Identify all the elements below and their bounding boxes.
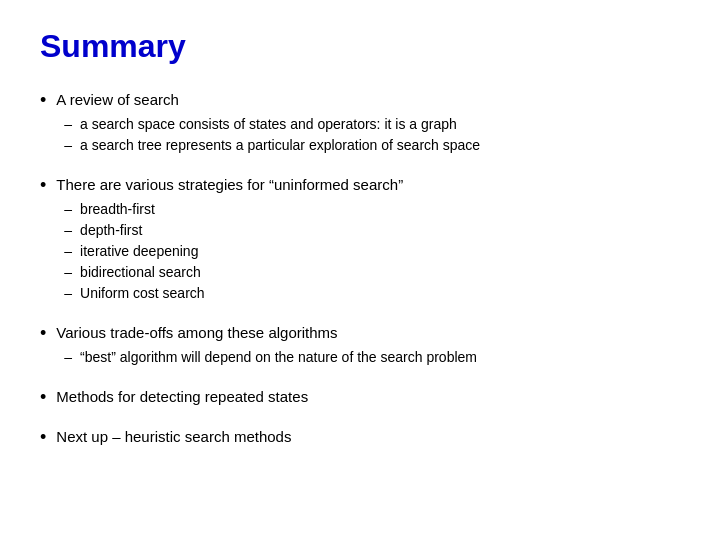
sub-list-item: – depth-first bbox=[64, 220, 680, 241]
list-item: • There are various strategies for “unin… bbox=[40, 174, 680, 304]
sub-list-item: – iterative deepening bbox=[64, 241, 680, 262]
list-item: • A review of search – a search space co… bbox=[40, 89, 680, 156]
bullet-dot: • bbox=[40, 427, 46, 448]
sub-list: – “best” algorithm will depend on the na… bbox=[56, 347, 680, 368]
sub-list-item: – a search tree represents a particular … bbox=[64, 135, 680, 156]
sub-dash: – bbox=[64, 114, 72, 135]
bullet-dot: • bbox=[40, 90, 46, 111]
sub-dash: – bbox=[64, 220, 72, 241]
bullet-dot: • bbox=[40, 323, 46, 344]
list-item: • Methods for detecting repeated states bbox=[40, 386, 680, 408]
sub-list-item: – bidirectional search bbox=[64, 262, 680, 283]
bullet-content: Methods for detecting repeated states bbox=[56, 386, 680, 407]
sub-text: “best” algorithm will depend on the natu… bbox=[80, 347, 477, 368]
sub-text: a search space consists of states and op… bbox=[80, 114, 457, 135]
bullet-main-text: A review of search bbox=[56, 89, 680, 110]
sub-dash: – bbox=[64, 262, 72, 283]
bullet-dot: • bbox=[40, 175, 46, 196]
bullet-main-text: Various trade-offs among these algorithm… bbox=[56, 322, 680, 343]
sub-dash: – bbox=[64, 283, 72, 304]
bullet-dot: • bbox=[40, 387, 46, 408]
sub-dash: – bbox=[64, 135, 72, 156]
bullet-main-text: Next up – heuristic search methods bbox=[56, 426, 680, 447]
bullet-main-text: Methods for detecting repeated states bbox=[56, 386, 680, 407]
sub-list-item: – Uniform cost search bbox=[64, 283, 680, 304]
bullet-list: • A review of search – a search space co… bbox=[40, 89, 680, 448]
bullet-content: Next up – heuristic search methods bbox=[56, 426, 680, 447]
sub-list-item: – breadth-first bbox=[64, 199, 680, 220]
sub-text: a search tree represents a particular ex… bbox=[80, 135, 480, 156]
list-item: • Various trade-offs among these algorit… bbox=[40, 322, 680, 368]
bullet-content: Various trade-offs among these algorithm… bbox=[56, 322, 680, 368]
sub-list: – breadth-first – depth-first – iterativ… bbox=[56, 199, 680, 304]
sub-text: iterative deepening bbox=[80, 241, 198, 262]
sub-list-item: – a search space consists of states and … bbox=[64, 114, 680, 135]
bullet-content: There are various strategies for “uninfo… bbox=[56, 174, 680, 304]
sub-list: – a search space consists of states and … bbox=[56, 114, 680, 156]
page: Summary • A review of search – a search … bbox=[0, 0, 720, 540]
bullet-main-text: There are various strategies for “uninfo… bbox=[56, 174, 680, 195]
sub-text: Uniform cost search bbox=[80, 283, 204, 304]
page-title: Summary bbox=[40, 28, 680, 65]
bullet-content: A review of search – a search space cons… bbox=[56, 89, 680, 156]
sub-text: depth-first bbox=[80, 220, 142, 241]
sub-dash: – bbox=[64, 241, 72, 262]
sub-dash: – bbox=[64, 347, 72, 368]
sub-dash: – bbox=[64, 199, 72, 220]
list-item: • Next up – heuristic search methods bbox=[40, 426, 680, 448]
sub-text: breadth-first bbox=[80, 199, 155, 220]
sub-text: bidirectional search bbox=[80, 262, 201, 283]
sub-list-item: – “best” algorithm will depend on the na… bbox=[64, 347, 680, 368]
